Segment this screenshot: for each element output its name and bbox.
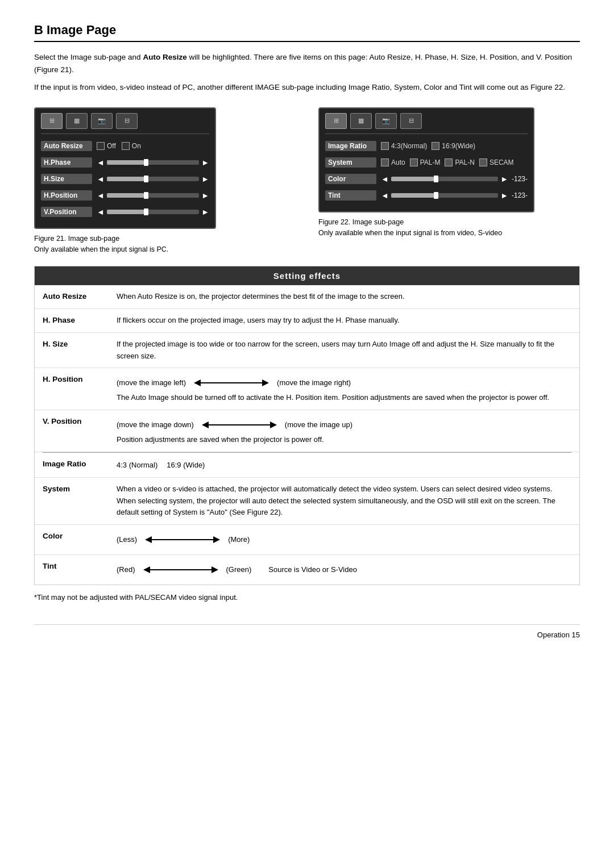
osd-arrow-right-hpos: ► — [201, 191, 209, 200]
se-term-tint: Tint — [43, 561, 117, 570]
se-desc-tint: (Red) (Green) — [117, 561, 571, 579]
figures-row: ⊞ ▦ 📷 ⊟ Auto Resize Off On H.Phase — [34, 107, 580, 255]
osd-sliderbar-hpos — [107, 193, 199, 198]
se-desc-vposition: (move the image down) — [117, 416, 571, 446]
osd-sliderfill-color — [391, 177, 434, 181]
arrow-label-left-vpos: (move the image down) — [117, 419, 194, 431]
osd-checkbox-off: Off — [97, 142, 116, 150]
osd-label-hsize: H.Size — [41, 174, 92, 184]
osd-value-color: -123- — [512, 175, 528, 183]
page-title: B Image Page — [34, 23, 580, 42]
osd-icon-menu: ⊞ — [41, 113, 63, 129]
osd-row-system: System Auto PAL-M PAL-N SECAM — [325, 156, 528, 169]
osd-icons-row-1: ⊞ ▦ 📷 ⊟ — [41, 113, 209, 134]
se-row-hposition: H. Position (move the image left) — [35, 368, 579, 410]
se-term-hsize: H. Size — [43, 339, 117, 348]
osd-icon-grid: ⊟ — [116, 113, 138, 129]
inline-options-imageratio: 4:3 (Normal) 16:9 (Wide) — [117, 460, 571, 471]
figure22-caption: Figure 22. Image sub-page Only available… — [318, 217, 580, 239]
page-footer: Operation 15 — [34, 624, 580, 639]
osd-icon2-img: ▦ — [350, 113, 372, 129]
osd-label-system: System — [325, 157, 376, 168]
osd-arrow-right-hphase: ► — [201, 158, 209, 167]
osd-sliderfill-hsize — [107, 177, 144, 181]
se-row-color: Color (Less) — [35, 525, 579, 555]
se-desc-imageratio: 4:3 (Normal) 16:9 (Wide) — [117, 458, 571, 471]
se-desc-hsize: If the projected image is too wide or to… — [117, 339, 571, 362]
osd-row-hposition: H.Position ◄ ► — [41, 189, 209, 202]
osd-sliderthumb-hsize — [144, 176, 148, 182]
setting-effects-table: Setting effects Auto Resize When Auto Re… — [34, 266, 580, 585]
se-note-hpos: The Auto Image should be turned off to a… — [117, 392, 571, 404]
osd-arrow-right-vpos: ► — [201, 207, 209, 216]
arrow-label-right-color: (More) — [228, 534, 250, 546]
osd-sliderthumb-tint — [434, 192, 438, 199]
osd-row-vposition: V.Position ◄ ► — [41, 206, 209, 218]
option-43-label: 4:3 (Normal) — [117, 460, 157, 471]
arrow-label-left-color: (Less) — [117, 534, 137, 546]
se-term-color: Color — [43, 531, 117, 540]
arrow-diagram-hpos: (move the image left) — [117, 376, 571, 390]
osd-sliderthumb-color — [434, 176, 438, 182]
osd-arrow-right-color: ► — [500, 174, 508, 183]
arrow-label-left-tint: (Red) — [117, 564, 135, 576]
arrow-label-right-tint: (Green) — [226, 564, 252, 576]
arrow-diagram-vpos: (move the image down) — [117, 418, 571, 432]
double-arrow-hpos — [192, 376, 271, 390]
setting-effects-header: Setting effects — [35, 266, 579, 285]
osd-sliderfill-hpos — [107, 193, 144, 198]
osd-sliderbar-tint — [391, 193, 498, 198]
se-desc-autoresize: When Auto Resize is on, the projector de… — [117, 291, 571, 303]
se-term-hphase: H. Phase — [43, 315, 117, 324]
se-desc-color: (Less) (More) — [117, 531, 571, 549]
osd-slider-vposition: ◄ ► — [97, 207, 209, 216]
figure21-block: ⊞ ▦ 📷 ⊟ Auto Resize Off On H.Phase — [34, 107, 296, 255]
osd-option-169: 16:9(Wide) — [432, 142, 475, 150]
se-row-hphase: H. Phase If flickers occur on the projec… — [35, 309, 579, 333]
osd-label-autoresize: Auto Resize — [41, 141, 92, 151]
osd-arrow-left-color: ◄ — [381, 174, 389, 183]
osd-row-tint: Tint ◄ ► -123- — [325, 189, 528, 202]
intro-para1: Select the Image sub-page and Auto Resiz… — [34, 51, 580, 76]
arrow-diagram-tint: (Red) (Green) — [117, 563, 571, 577]
osd-label-hposition: H.Position — [41, 190, 92, 201]
intro-para2: If the input is from video, s-video inst… — [34, 81, 580, 94]
se-note-vpos: Position adjustments are saved when the … — [117, 434, 571, 446]
osd-sliderbar-hsize — [107, 177, 199, 181]
osd-arrow-left-hphase: ◄ — [97, 158, 105, 167]
se-term-hposition: H. Position — [43, 374, 117, 383]
osd-arrow-left-tint: ◄ — [381, 191, 389, 200]
osd-sliderbar-color — [391, 177, 498, 181]
osd-label-color: Color — [325, 174, 376, 184]
osd-icon-img: ▦ — [66, 113, 88, 129]
osd-sliderbar-vpos — [107, 210, 199, 214]
osd-sliderthumb-hphase — [144, 159, 148, 166]
osd-checkbox-box-off — [97, 142, 105, 150]
osd-screen-2: ⊞ ▦ 📷 ⊟ Image Ratio 4:3(Normal) 16:9(Wid… — [318, 107, 534, 212]
se-term-vposition: V. Position — [43, 416, 117, 425]
option-169-label: 16:9 (Wide) — [167, 460, 205, 471]
figure22-block: ⊞ ▦ 📷 ⊟ Image Ratio 4:3(Normal) 16:9(Wid… — [318, 107, 580, 239]
osd-label-hphase: H.Phase — [41, 157, 92, 168]
se-row-imageratio: Image Ratio 4:3 (Normal) 16:9 (Wide) — [35, 453, 579, 478]
se-desc-hphase: If flickers occur on the projected image… — [117, 315, 571, 327]
osd-slider-hsize: ◄ ► — [97, 174, 209, 183]
osd-arrow-left-hsize: ◄ — [97, 174, 105, 183]
osd-arrow-left-hpos: ◄ — [97, 191, 105, 200]
osd-row-hsize: H.Size ◄ ► — [41, 173, 209, 185]
osd-icons-row-2: ⊞ ▦ 📷 ⊟ — [325, 113, 528, 134]
figure22-caption-line2: Only available when the input signal is … — [318, 229, 502, 237]
double-arrow-color — [143, 533, 222, 546]
osd-icon2-grid: ⊟ — [400, 113, 422, 129]
figure22-caption-line1: Figure 22. Image sub-page — [318, 218, 404, 226]
footnote: *Tint may not be adjusted with PAL/SECAM… — [34, 593, 580, 602]
se-row-autoresize: Auto Resize When Auto Resize is on, the … — [35, 285, 579, 309]
se-desc-system: When a video or s-video is attached, the… — [117, 483, 571, 519]
osd-sliderthumb-vpos — [144, 208, 148, 215]
osd-screen-1: ⊞ ▦ 📷 ⊟ Auto Resize Off On H.Phase — [34, 107, 216, 229]
osd-slider-color: ◄ ► — [381, 174, 508, 183]
osd-slider-tint: ◄ ► — [381, 191, 508, 200]
osd-option-palm: PAL-M — [410, 158, 441, 166]
osd-value-tint: -123- — [512, 191, 528, 199]
osd-icon2-menu: ⊞ — [325, 113, 347, 129]
